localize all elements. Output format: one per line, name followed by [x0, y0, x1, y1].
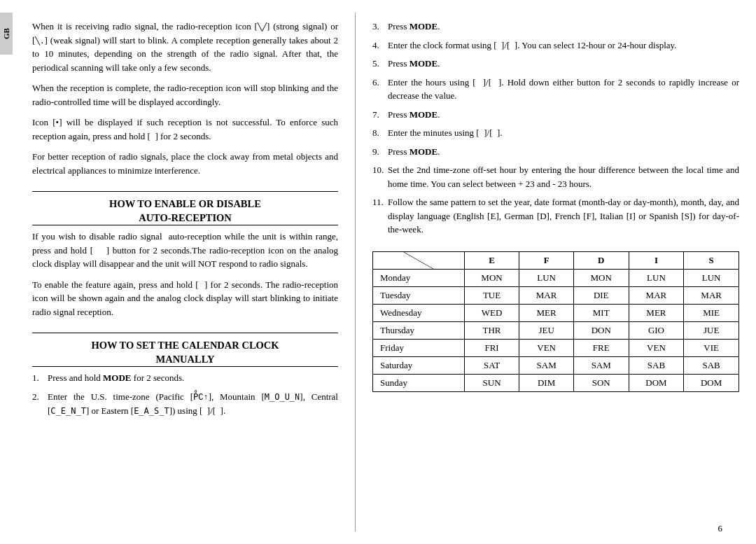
table-row: Tuesday TUE MAR DIE MAR MAR: [373, 286, 739, 304]
left-steps-list: 1. Press and hold MODE for 2 seconds. 2.…: [32, 371, 338, 423]
right-column: 3. Press MODE. 4. Enter the clock format…: [356, 13, 756, 531]
intro-para-4: For better reception of radio signals, p…: [32, 150, 338, 177]
table-row: Sunday SUN DIM SON DOM DOM: [373, 374, 739, 391]
side-tab: GB: [0, 13, 13, 55]
day-monday: Monday: [373, 269, 465, 286]
section2-title: How to Set the Calendar Clock Manually: [32, 339, 338, 367]
section1-title: How to Enable or Disable Auto-Reception: [32, 197, 338, 225]
section1-para1: If you wish to disable radio signal auto…: [32, 230, 338, 271]
left-step-2: 2. Enter the U.S. time-zone (Pacific [P̊…: [32, 390, 338, 418]
svg-line-0: [404, 252, 433, 269]
section2-divider: [32, 333, 338, 333]
right-step-11: 11. Follow the same pattern to set the y…: [372, 195, 739, 237]
day-friday: Friday: [373, 339, 465, 356]
intro-para-3: Icon [•] will be displayed if such recep…: [32, 116, 338, 143]
intro-para-2: When the reception is complete, the radi…: [32, 81, 338, 109]
table-header-s: S: [684, 251, 739, 269]
right-step-3: 3. Press MODE.: [372, 20, 739, 34]
table-row: Monday MON LUN MON LUN LUN: [373, 269, 739, 286]
day-sunday: Sunday: [373, 374, 465, 391]
table-header-f: F: [519, 251, 574, 269]
day-wednesday: Wednesday: [373, 304, 465, 321]
page-number: 6: [718, 523, 723, 534]
table-header-e: E: [464, 251, 519, 269]
right-step-10: 10. Set the 2nd time-zone off-set hour b…: [372, 163, 739, 190]
right-step-4: 4. Enter the clock format using [ ]/[ ].…: [372, 39, 739, 53]
section1-para2: To enable the feature again, press and h…: [32, 278, 338, 319]
table-row: Saturday SAT SAM SAM SAB SAB: [373, 356, 739, 374]
right-steps-list: 3. Press MODE. 4. Enter the clock format…: [372, 20, 739, 242]
right-step-5: 5. Press MODE.: [372, 57, 739, 71]
right-step-9: 9. Press MODE.: [372, 145, 739, 159]
table-header-i: I: [629, 251, 684, 269]
table-header-d: D: [573, 251, 629, 269]
intro-para-1: When it is receiving radio signal, the r…: [32, 20, 338, 74]
right-step-7: 7. Press MODE.: [372, 108, 739, 122]
table-row: Friday FRI VEN FRE VEN VIE: [373, 339, 739, 356]
section1-divider: [32, 191, 338, 192]
table-row: Wednesday WED MER MIT MER MIE: [373, 304, 739, 321]
table-corner-cell: [373, 251, 465, 269]
day-tuesday: Tuesday: [373, 286, 465, 304]
table-row: Thursday THR JEU DON GIO JUE: [373, 321, 739, 339]
right-step-8: 8. Enter the minutes using [ ]/[ ].: [372, 126, 739, 140]
left-step-1: 1. Press and hold MODE for 2 seconds.: [32, 371, 338, 385]
day-saturday: Saturday: [373, 356, 465, 374]
right-step-6: 6. Enter the hours using [ ]/[ ]. Hold d…: [372, 76, 739, 103]
day-thursday: Thursday: [373, 321, 465, 339]
day-of-week-table: E F D I S Monday MON LUN MON LUN LUN Tue: [372, 251, 739, 392]
